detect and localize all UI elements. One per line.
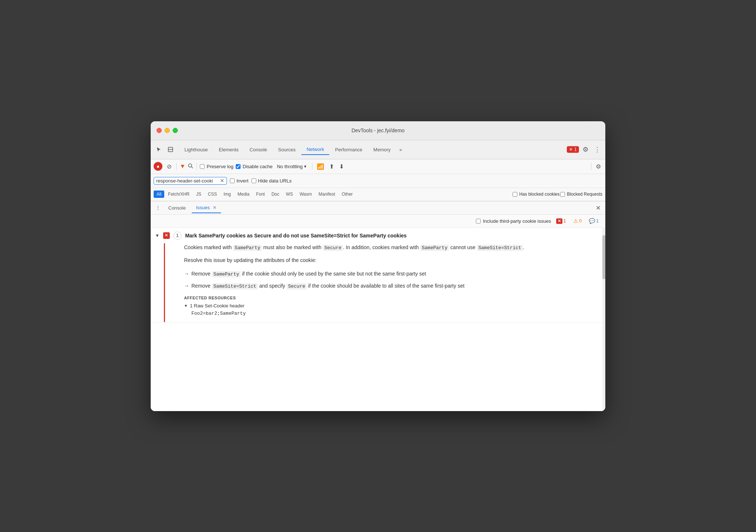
invert-checkbox[interactable] xyxy=(230,178,235,183)
hide-data-urls-checkbox[interactable] xyxy=(252,178,256,183)
issue-suggestion-1: → Remove SameParty if the cookie should … xyxy=(184,270,601,278)
filter-font[interactable]: Font xyxy=(253,191,268,198)
issue-chevron-icon: ▼ xyxy=(155,233,159,238)
issue-title: Mark SameParty cookies as Secure and do … xyxy=(185,233,407,239)
scrollbar-thumb[interactable] xyxy=(602,235,605,279)
issues-content: ▼ ✕ 1 Mark SameParty cookies as Secure a… xyxy=(151,228,605,411)
maximize-button[interactable] xyxy=(173,128,178,133)
error-badge-count: 1 xyxy=(574,147,577,152)
preserve-log-label[interactable]: Preserve log xyxy=(200,164,234,169)
panel-tab-close-button[interactable]: ✕ xyxy=(213,205,217,210)
disable-cache-checkbox[interactable] xyxy=(236,164,241,169)
title-bar: DevTools - jec.fyi/demo xyxy=(151,121,605,140)
include-third-party-checkbox[interactable] xyxy=(476,219,481,223)
hide-data-urls-label[interactable]: Hide data URLs xyxy=(252,178,292,184)
filter-js[interactable]: JS xyxy=(193,191,204,198)
warning-count-icon: ⚠ xyxy=(573,218,578,224)
more-icon[interactable]: ⋮ xyxy=(592,144,602,155)
tab-elements[interactable]: Elements xyxy=(214,145,244,155)
search-clear-button[interactable]: ✕ xyxy=(220,178,224,183)
search-input-wrap: ✕ xyxy=(154,177,227,185)
preserve-log-checkbox[interactable] xyxy=(200,164,205,169)
error-badge[interactable]: ✕ 1 xyxy=(567,146,579,153)
clear-button[interactable]: ⊘ xyxy=(165,162,173,171)
filter-other[interactable]: Other xyxy=(339,191,356,198)
error-count-icon: ✕ xyxy=(556,218,562,224)
invert-label[interactable]: Invert xyxy=(230,178,249,184)
panel-close-button[interactable]: ✕ xyxy=(594,203,602,212)
error-badge-icon: ✕ xyxy=(569,147,573,152)
arrow-icon-1: → xyxy=(184,270,189,278)
has-blocked-cookies-label[interactable]: Has blocked cookies xyxy=(513,192,559,197)
network-toolbar: ● ⊘ ▼ Preserve log Disable cache No thro… xyxy=(151,159,605,174)
tab-memory[interactable]: Memory xyxy=(368,145,396,155)
throttle-dropdown[interactable]: No throttling ▼ xyxy=(275,163,309,170)
has-blocked-cookies-checkbox[interactable] xyxy=(513,192,517,197)
nav-icons xyxy=(154,144,176,155)
search-input[interactable] xyxy=(156,178,219,184)
filter-bar: ✕ Invert Hide data URLs xyxy=(151,174,605,188)
error-count-badge: ✕ 1 xyxy=(554,218,568,225)
issue-row: ▼ ✕ 1 Mark SameParty cookies as Secure a… xyxy=(151,228,605,323)
search-icon[interactable] xyxy=(188,163,194,170)
traffic-lights xyxy=(157,128,178,133)
warning-count-badge: ⚠ 0 xyxy=(571,217,584,225)
tab-console[interactable]: Console xyxy=(245,145,272,155)
issues-toolbar: Include third-party cookie issues ✕ 1 ⚠ … xyxy=(151,215,605,228)
disable-cache-label[interactable]: Disable cache xyxy=(236,164,273,169)
issue-suggestion-2: → Remove SameSite=Strict and specify Sec… xyxy=(184,282,601,291)
filter-ws[interactable]: WS xyxy=(283,191,296,198)
code-sameparty2: SameParty xyxy=(420,245,449,251)
cursor-icon[interactable] xyxy=(154,144,164,155)
chevron-down-icon: ▼ xyxy=(304,165,307,169)
panel-tab-bar: ⋮ Console Issues ✕ ✕ xyxy=(151,202,605,215)
bottom-panel: ⋮ Console Issues ✕ ✕ Include third-party… xyxy=(151,201,605,411)
code-suggestion2a: SameSite=Strict xyxy=(212,283,258,289)
issue-count-circle: 1 xyxy=(173,232,181,240)
filter-media[interactable]: Media xyxy=(235,191,253,198)
panel-more-button[interactable]: ⋮ xyxy=(154,203,162,212)
filter-wasm[interactable]: Wasm xyxy=(297,191,315,198)
minimize-button[interactable] xyxy=(165,128,170,133)
tab-more-button[interactable]: » xyxy=(396,145,405,155)
filter-icon[interactable]: ▼ xyxy=(180,163,186,170)
affected-item-label: 1 Raw Set-Cookie header xyxy=(190,303,245,309)
filter-all[interactable]: All xyxy=(154,191,164,198)
affected-chevron-icon: ▼ xyxy=(184,304,188,308)
issue-body: Cookies marked with SameParty must also … xyxy=(164,243,605,322)
close-button[interactable] xyxy=(157,128,162,133)
panel-tab-console[interactable]: Console xyxy=(164,203,190,213)
filter-manifest[interactable]: Manifest xyxy=(316,191,338,198)
dock-icon[interactable] xyxy=(165,144,176,155)
download-icon[interactable]: ⬇ xyxy=(338,162,345,171)
affected-item-value: Foo2=bar2;SameParty xyxy=(184,311,601,316)
toolbar-settings-icon[interactable]: ⚙ xyxy=(594,162,602,171)
window-title: DevTools - jec.fyi/demo xyxy=(352,128,405,133)
blocked-requests-label[interactable]: Blocked Requests xyxy=(560,192,602,197)
code-secure: Secure xyxy=(323,245,343,251)
filter-fetch-xhr[interactable]: Fetch/XHR xyxy=(165,191,192,198)
tab-performance[interactable]: Performance xyxy=(330,145,367,155)
blocked-requests-checkbox[interactable] xyxy=(560,192,565,197)
record-button[interactable]: ● xyxy=(154,162,162,171)
issue-description: Cookies marked with SameParty must also … xyxy=(184,243,601,252)
filter-css[interactable]: CSS xyxy=(205,191,220,198)
filter-img[interactable]: Img xyxy=(221,191,234,198)
code-suggestion2b: Secure xyxy=(287,283,307,289)
include-third-party-label[interactable]: Include third-party cookie issues xyxy=(476,218,551,224)
panel-tab-issues[interactable]: Issues ✕ xyxy=(192,203,221,213)
tab-network[interactable]: Network xyxy=(301,144,329,155)
settings-icon[interactable]: ⚙ xyxy=(580,144,591,155)
warning-count: 0 xyxy=(579,218,582,223)
scrollbar-track xyxy=(602,228,605,411)
tab-sources[interactable]: Sources xyxy=(273,145,301,155)
tab-bar: Lighthouse Elements Console Sources Netw… xyxy=(151,140,605,159)
tab-lighthouse[interactable]: Lighthouse xyxy=(179,145,213,155)
issue-header[interactable]: ▼ ✕ 1 Mark SameParty cookies as Secure a… xyxy=(151,228,605,243)
wifi-icon[interactable]: 📶 xyxy=(315,162,326,171)
upload-icon[interactable]: ⬆ xyxy=(328,162,335,171)
affected-item[interactable]: ▼ 1 Raw Set-Cookie header xyxy=(184,303,601,309)
info-count-icon: 💬 xyxy=(589,218,595,224)
filter-doc[interactable]: Doc xyxy=(268,191,282,198)
affected-resources-label: AFFECTED RESOURCES xyxy=(184,296,601,300)
